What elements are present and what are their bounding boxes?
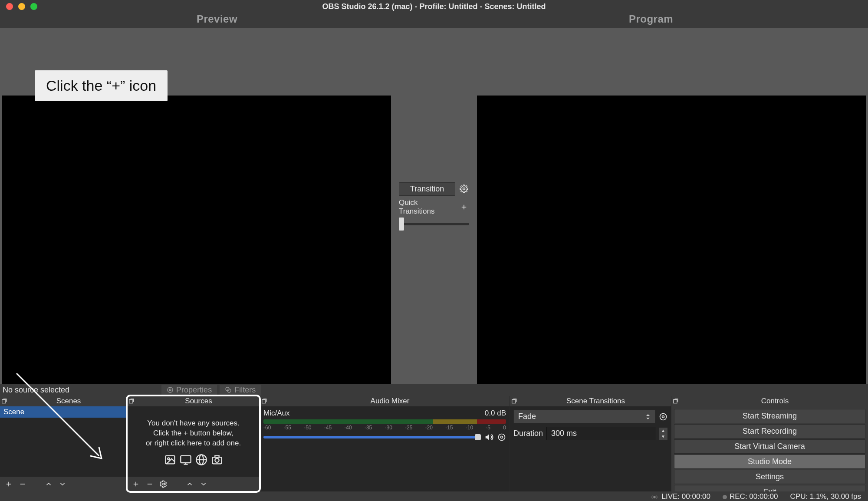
svg-point-5 (168, 387, 173, 392)
title-bar: OBS Studio 26.1.2 (mac) - Profile: Untit… (0, 0, 868, 13)
sources-popout-icon[interactable] (127, 398, 136, 404)
studio-mode-button[interactable]: Studio Mode (674, 455, 865, 469)
browser-source-icon (195, 454, 207, 466)
window-close-button[interactable] (6, 3, 13, 10)
source-move-down-button[interactable] (197, 478, 210, 490)
window-maximize-button[interactable] (30, 3, 37, 10)
window-title: OBS Studio 26.1.2 (mac) - Profile: Untit… (0, 2, 868, 11)
start-streaming-button[interactable]: Start Streaming (674, 409, 865, 423)
transition-button[interactable]: Transition (399, 182, 455, 196)
scenes-popout-icon[interactable] (0, 398, 9, 404)
sources-title: Sources (138, 397, 260, 405)
cpu-status: CPU: 1.1%, 30.00 fps (790, 492, 861, 501)
svg-point-29 (501, 436, 503, 438)
tbar-slider[interactable] (399, 223, 469, 225)
svg-rect-23 (215, 455, 219, 457)
transition-select[interactable]: Fade (513, 410, 655, 423)
filters-label: Filters (234, 386, 256, 395)
no-source-label: No source selected (3, 386, 69, 395)
duration-input[interactable]: 300 ms (546, 427, 655, 440)
mixer-channel-name: Mic/Aux (263, 409, 289, 418)
controls-dock: Controls Start Streaming Start Recording… (671, 396, 868, 491)
preview-video[interactable] (2, 96, 391, 384)
svg-point-35 (660, 413, 667, 420)
svg-marker-33 (646, 418, 650, 419)
properties-label: Properties (176, 386, 212, 395)
sources-body[interactable]: You don't have any sources. Click the + … (127, 406, 260, 477)
mixer-channel-level: 0.0 dB (485, 409, 506, 418)
sources-empty-line1: You don't have any sources. (127, 419, 260, 428)
preview-pane[interactable]: Click the “+” icon (0, 28, 393, 384)
svg-point-0 (463, 188, 465, 190)
source-remove-button[interactable] (144, 478, 156, 490)
audio-ticks: -60-55-50-45-40-35-30-25-20-15-10-50 (263, 425, 506, 431)
scene-move-down-button[interactable] (56, 478, 69, 490)
quick-transitions-label: Quick Transitions (399, 198, 455, 216)
audio-mixer-dock: Audio Mixer Mic/Aux 0.0 dB -60-55-50-45-… (260, 396, 510, 491)
transition-settings-icon[interactable] (459, 184, 469, 194)
svg-rect-8 (2, 400, 6, 403)
mixer-popout-icon[interactable] (260, 398, 269, 404)
preview-header: Preview (0, 13, 434, 28)
svg-rect-15 (181, 455, 191, 462)
mute-icon[interactable] (484, 432, 494, 442)
program-header: Program (434, 13, 868, 28)
transition-settings-icon[interactable] (659, 412, 667, 421)
status-bar: LIVE: 00:00:00 REC: 00:00:00 CPU: 1.1%, … (0, 491, 868, 501)
rec-status: REC: 00:00:00 (723, 492, 778, 501)
scene-move-up-button[interactable] (43, 478, 55, 490)
transitions-popout-icon[interactable] (510, 398, 519, 404)
instruction-callout: Click the “+” icon (35, 70, 168, 101)
sources-empty-line2: Click the + button below, (127, 428, 260, 438)
svg-rect-36 (674, 400, 677, 403)
transition-selected-label: Fade (518, 412, 536, 421)
filters-button[interactable]: Filters (220, 385, 261, 396)
audio-meter (263, 419, 506, 424)
settings-button[interactable]: Settings (674, 470, 865, 484)
svg-point-37 (654, 496, 655, 498)
properties-button[interactable]: Properties (161, 385, 217, 396)
duration-label: Duration (513, 429, 543, 438)
scene-item[interactable]: Scene (0, 406, 127, 418)
image-source-icon (164, 454, 176, 466)
svg-rect-12 (129, 400, 133, 403)
transitions-title: Scene Transitions (520, 397, 671, 405)
svg-point-22 (215, 458, 219, 462)
program-video (477, 96, 866, 384)
svg-point-4 (169, 389, 171, 391)
svg-point-14 (168, 458, 170, 460)
display-source-icon (180, 454, 192, 466)
source-move-up-button[interactable] (184, 478, 196, 490)
svg-point-30 (499, 434, 505, 441)
exit-button[interactable]: Exit (674, 485, 865, 491)
channel-settings-icon[interactable] (497, 433, 506, 442)
scene-transitions-dock: Scene Transitions Fade Duration 300 ms ▲… (510, 396, 671, 491)
program-pane (475, 28, 868, 384)
volume-slider[interactable] (263, 436, 481, 438)
camera-source-icon (211, 454, 223, 466)
quick-transition-add-icon[interactable] (459, 202, 469, 212)
mixer-title: Audio Mixer (270, 397, 510, 405)
start-recording-button[interactable]: Start Recording (674, 424, 865, 438)
svg-rect-31 (512, 400, 516, 403)
live-status: LIVE: 00:00:00 (651, 492, 710, 501)
sources-empty-line3: or right click here to add one. (127, 438, 260, 448)
scene-remove-button[interactable] (16, 478, 29, 490)
svg-point-27 (163, 483, 165, 485)
scenes-dock: Scenes Scene (0, 396, 127, 491)
sources-dock: Sources You don't have any sources. Clic… (127, 396, 260, 491)
source-settings-button[interactable] (158, 478, 170, 490)
scenes-title: Scenes (10, 397, 127, 405)
source-add-button[interactable] (130, 478, 142, 490)
svg-rect-28 (262, 400, 266, 403)
scene-add-button[interactable] (3, 478, 15, 490)
svg-marker-32 (646, 414, 650, 416)
controls-popout-icon[interactable] (671, 398, 680, 404)
start-virtual-camera-button[interactable]: Start Virtual Camera (674, 439, 865, 454)
window-minimize-button[interactable] (18, 3, 25, 10)
svg-point-34 (662, 415, 664, 418)
duration-stepper[interactable]: ▲▼ (659, 428, 667, 440)
controls-title: Controls (682, 397, 868, 405)
